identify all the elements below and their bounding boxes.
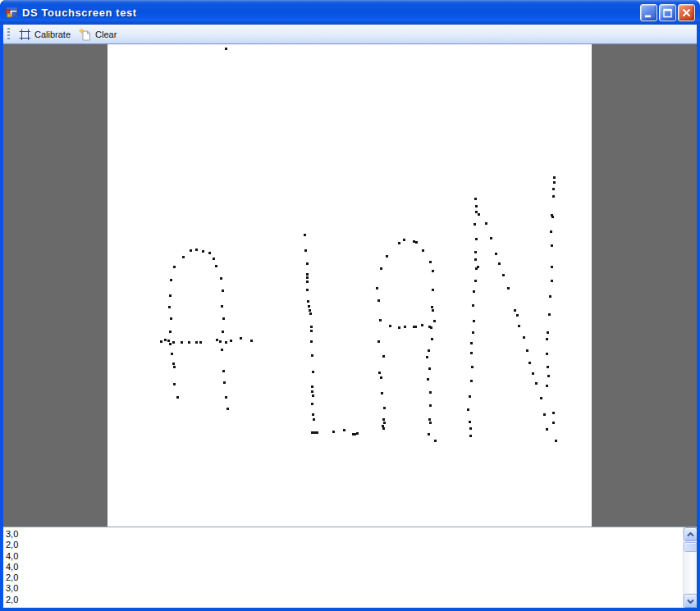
scroll-thumb[interactable] (684, 542, 697, 552)
maximize-button[interactable] (659, 4, 676, 21)
touch-dot (430, 326, 432, 329)
touch-dot (551, 244, 553, 247)
touch-dot (377, 299, 380, 302)
touch-dot (195, 341, 198, 344)
touch-dot (213, 258, 215, 260)
touch-dot (552, 422, 555, 424)
scroll-down-button[interactable] (684, 594, 697, 608)
touch-dot (309, 309, 311, 312)
touch-dot (474, 198, 477, 200)
touch-dot (432, 270, 434, 272)
touch-dot (312, 394, 314, 397)
touch-dot (188, 341, 190, 344)
log-line: 3,0 (6, 583, 697, 594)
touch-dot (428, 433, 430, 435)
touch-dot (311, 390, 313, 393)
touch-dot (222, 331, 224, 333)
touch-dot (485, 222, 487, 225)
maximize-icon (661, 6, 675, 20)
touch-dot (552, 412, 555, 414)
toolbar-grip[interactable] (7, 28, 10, 40)
touch-dot (474, 223, 476, 226)
touch-dot (356, 432, 359, 435)
touch-dot (532, 372, 534, 375)
touch-dot (528, 362, 531, 364)
touch-dot (475, 267, 478, 270)
touch-dot (225, 48, 227, 50)
touch-dot (507, 287, 510, 290)
touch-dot (516, 314, 519, 317)
close-button[interactable] (678, 4, 695, 21)
touch-dot (379, 319, 382, 321)
touch-dot (398, 326, 400, 329)
touch-dot (426, 356, 428, 358)
touch-dot (309, 312, 312, 315)
touch-dot (222, 317, 225, 320)
touch-dot (380, 376, 382, 379)
touch-dot (181, 341, 183, 344)
touch-dot (546, 338, 548, 340)
touch-dot (332, 431, 335, 433)
touch-dot (546, 353, 548, 355)
log-scrollbar[interactable] (683, 527, 697, 608)
minimize-button[interactable] (640, 4, 657, 21)
touch-dot (474, 280, 477, 282)
winforms-app-icon[interactable] (5, 6, 18, 19)
touch-canvas[interactable] (108, 44, 592, 527)
touch-dot (540, 397, 542, 399)
log-line: 2,0 (6, 595, 697, 605)
calibrate-icon (18, 28, 31, 41)
touch-dot (312, 413, 314, 416)
touch-dot (471, 366, 474, 368)
log-lines: 3,02,04,04,02,03,02,0 (3, 527, 697, 605)
touch-dot (173, 366, 176, 368)
touch-dot (222, 370, 225, 372)
touch-dot (202, 250, 204, 253)
touch-dot (222, 290, 224, 292)
touch-dot (313, 418, 315, 421)
touch-dot (478, 213, 480, 216)
touch-dot (377, 340, 380, 343)
touch-dot (547, 375, 550, 377)
touch-dot (429, 391, 432, 394)
touch-dot (555, 440, 557, 442)
touch-dot (434, 440, 437, 442)
touch-dot (546, 385, 548, 387)
touch-dot (469, 395, 471, 398)
touch-dot (549, 295, 551, 298)
touch-dot (316, 431, 318, 434)
touch-dot (548, 313, 551, 316)
touch-dot (427, 378, 429, 381)
touch-dot (498, 262, 501, 265)
touch-dot (343, 429, 345, 431)
log-line: 4,0 (6, 562, 697, 572)
touch-dot (551, 216, 554, 218)
touch-dot (470, 342, 473, 344)
touch-dot (208, 252, 211, 254)
touch-dot (474, 251, 477, 253)
clear-button[interactable]: Clear (75, 26, 121, 43)
touch-dot (307, 300, 309, 303)
touch-dot (171, 353, 173, 355)
titlebar[interactable]: DS Touchscreen test (0, 0, 700, 25)
touch-dot (467, 408, 469, 411)
log-line: 4,0 (6, 551, 697, 562)
touch-dot (380, 267, 382, 270)
touch-dot (421, 324, 423, 326)
touch-dot (547, 331, 549, 334)
touch-dot (311, 385, 313, 388)
calibrate-button[interactable]: Calibrate (14, 26, 75, 43)
touch-dot (176, 396, 179, 399)
touch-dot (469, 427, 472, 430)
toolbar: Calibrate Clear (3, 25, 697, 44)
touch-dot (552, 188, 555, 190)
touch-dot (431, 306, 433, 308)
scroll-up-button[interactable] (684, 527, 697, 541)
touch-dot (552, 195, 555, 198)
touch-dot (415, 241, 418, 244)
touch-dot (172, 362, 175, 365)
touch-dot (172, 341, 175, 344)
touch-dot (169, 294, 172, 297)
touch-dot (383, 407, 386, 409)
touch-dot (306, 280, 309, 283)
